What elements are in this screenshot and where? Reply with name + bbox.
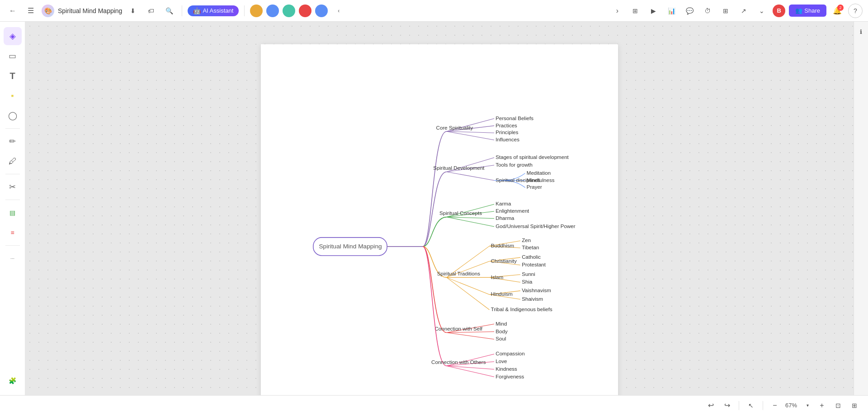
expand-collab-button[interactable]: ‹	[331, 4, 346, 18]
help-button[interactable]: ?	[848, 4, 863, 18]
avatar-2	[266, 5, 279, 17]
zoom-in-button[interactable]: +	[816, 399, 828, 412]
svg-text:Kindness: Kindness	[495, 366, 517, 372]
tool-text[interactable]: T	[4, 67, 22, 85]
canvas-area[interactable]: .node-text { font-size: 11px; font-famil…	[25, 22, 854, 395]
present-button[interactable]: 📊	[664, 4, 679, 18]
menu-button[interactable]: ☰	[24, 4, 38, 18]
play-button[interactable]: ▶	[646, 4, 660, 18]
ai-label: AI Assistant	[203, 7, 233, 14]
tool-shapes2[interactable]: ◯	[4, 107, 22, 125]
tool-grid[interactable]: ▤	[4, 204, 22, 222]
svg-text:Tools for growth: Tools for growth	[495, 162, 533, 168]
tool-scissors[interactable]: ✂	[4, 178, 22, 196]
svg-text:Enlightenment: Enlightenment	[495, 208, 529, 214]
tool-plugin[interactable]: 🧩	[4, 372, 22, 390]
svg-text:Influences: Influences	[495, 137, 519, 142]
svg-text:Sunni: Sunni	[522, 271, 535, 277]
svg-text:Mindfulness: Mindfulness	[527, 177, 555, 183]
tool-shapes[interactable]: ◈	[4, 27, 22, 45]
layout-button[interactable]: ⊞	[718, 4, 733, 18]
sidebar-divider-4	[5, 245, 20, 246]
notification-badge: 2	[837, 5, 844, 11]
svg-text:Practices: Practices	[495, 123, 517, 128]
layout-toggle-button[interactable]: ⊞	[848, 399, 861, 412]
tool-list[interactable]: ≡	[4, 224, 22, 242]
svg-text:Islam: Islam	[491, 275, 504, 280]
zoom-control: − 67% ▾ +	[769, 399, 828, 412]
svg-text:Soul: Soul	[495, 336, 506, 341]
share-icon: 👥	[795, 7, 802, 14]
svg-text:Tribal & Indigenous beliefs: Tribal & Indigenous beliefs	[491, 307, 552, 312]
svg-text:God/Universal Spirit/Higher Po: God/Universal Spirit/Higher Power	[495, 224, 575, 229]
bottom-divider-2	[763, 401, 763, 410]
expand-right-button[interactable]: ›	[610, 4, 624, 18]
svg-text:Tibetan: Tibetan	[522, 245, 539, 250]
svg-text:Shia: Shia	[522, 279, 533, 284]
svg-text:Prayer: Prayer	[527, 184, 542, 190]
share-label: Share	[804, 7, 820, 14]
svg-text:Hinduism: Hinduism	[491, 291, 513, 297]
ai-icon: 🤖	[193, 7, 201, 14]
topbar-right: › ⊞ ▶ 📊 💬 ⏱ ⊞ ↗ ⌄ B 👥 Share 🔔 2 ?	[610, 4, 863, 18]
redo-button[interactable]: ↪	[721, 399, 733, 412]
zoom-level: 67%	[783, 402, 799, 409]
svg-text:Protestant: Protestant	[522, 262, 546, 267]
ai-assistant-button[interactable]: 🤖 AI Assistant	[188, 5, 239, 16]
bottom-divider-1	[739, 401, 739, 410]
topbar: ← ☰ 🎨 Spiritual Mind Mapping ⬇ 🏷 🔍 🤖 AI …	[0, 0, 868, 22]
sidebar-divider-3	[5, 200, 20, 200]
svg-text:Love: Love	[495, 359, 507, 364]
svg-text:Principles: Principles	[495, 130, 518, 135]
avatar-5	[315, 5, 328, 17]
center-node-label: Spiritual Mind Mapping	[319, 243, 382, 250]
sidebar-divider-1	[5, 128, 20, 129]
sidebar-bottom: 🧩	[4, 372, 22, 390]
svg-text:Meditation: Meditation	[527, 170, 551, 176]
cursor-button[interactable]: ↖	[745, 399, 757, 412]
left-sidebar: ◈ ▭ T ▪ ◯ ✏ 🖊 ✂ ▤ ≡ ··· 🧩	[0, 22, 25, 395]
avatar-1	[250, 5, 263, 17]
svg-text:Dharma: Dharma	[495, 215, 514, 221]
share-button[interactable]: 👥 Share	[789, 5, 826, 17]
undo-button[interactable]: ↩	[704, 399, 717, 412]
tool-frame[interactable]: ▭	[4, 47, 22, 65]
svg-text:Compassion: Compassion	[495, 351, 524, 356]
timer-button[interactable]: ⏱	[700, 4, 715, 18]
tool-more[interactable]: ···	[4, 249, 22, 267]
right-panel: ℹ	[854, 22, 868, 395]
branch-core-spirituality: Core Spirituality	[436, 125, 473, 131]
mindmap-svg: .node-text { font-size: 11px; font-famil…	[261, 44, 618, 395]
svg-text:Personal Beliefs: Personal Beliefs	[495, 116, 533, 121]
fit-button[interactable]: ⊡	[832, 399, 844, 412]
arrow-button[interactable]: ↗	[736, 4, 751, 18]
zoom-dropdown-button[interactable]: ▾	[801, 399, 814, 412]
svg-text:Spiritual Concepts: Spiritual Concepts	[439, 210, 482, 216]
avatar-3	[283, 5, 295, 17]
history-button[interactable]: ⊞	[628, 4, 642, 18]
main-layout: ◈ ▭ T ▪ ◯ ✏ 🖊 ✂ ▤ ≡ ··· 🧩 .node-text { f…	[0, 22, 868, 395]
tool-highlight[interactable]: 🖊	[4, 152, 22, 170]
search-button[interactable]: 🔍	[162, 4, 176, 18]
svg-text:Spiritual Development: Spiritual Development	[433, 165, 485, 171]
tag-button[interactable]: 🏷	[144, 4, 158, 18]
svg-text:Connection with Others: Connection with Others	[431, 359, 486, 365]
avatar-4	[299, 5, 311, 17]
tool-sticky[interactable]: ▪	[4, 87, 22, 105]
svg-text:Connection with Self: Connection with Self	[434, 326, 482, 331]
info-button[interactable]: ℹ	[855, 25, 868, 38]
tool-pen[interactable]: ✏	[4, 132, 22, 150]
svg-text:Vaishnavism: Vaishnavism	[522, 288, 551, 293]
back-button[interactable]: ←	[5, 4, 20, 18]
notification-button-wrapper: 🔔 2	[830, 4, 844, 18]
svg-text:Body: Body	[495, 329, 508, 334]
comment-button[interactable]: 💬	[682, 4, 697, 18]
chevron-button[interactable]: ⌄	[755, 4, 769, 18]
download-button[interactable]: ⬇	[126, 4, 140, 18]
svg-text:Christianity: Christianity	[491, 258, 517, 264]
svg-text:Zen: Zen	[522, 238, 531, 243]
divider-2	[244, 5, 245, 16]
divider-1	[182, 5, 182, 16]
zoom-out-button[interactable]: −	[769, 399, 781, 412]
svg-text:Buddhism: Buddhism	[491, 243, 514, 248]
